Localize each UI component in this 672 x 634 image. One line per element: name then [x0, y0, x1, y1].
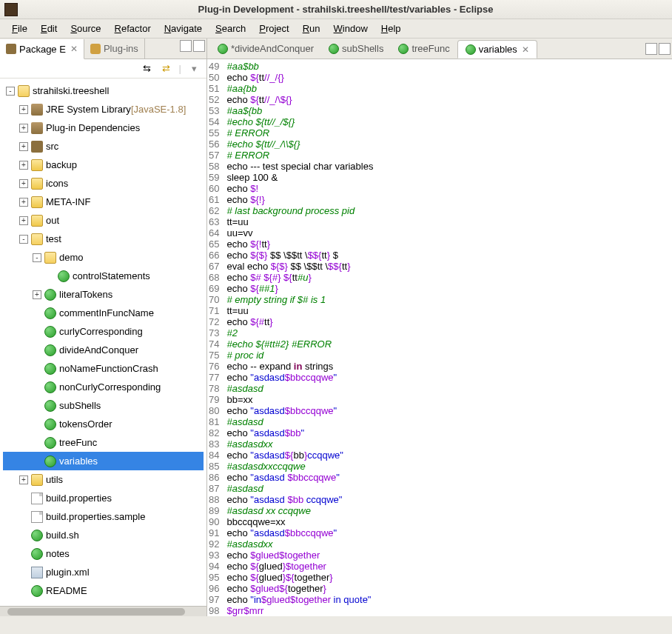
tree-item-label: divideAndConquer — [59, 344, 138, 356]
menu-project[interactable]: Project — [253, 21, 295, 36]
tree-item[interactable]: +src — [3, 137, 204, 156]
tree-item[interactable]: +JRE System Library [JavaSE-1.8] — [3, 100, 204, 119]
folder-icon — [31, 159, 43, 171]
tree-item[interactable]: curlyCorresponding — [3, 322, 204, 341]
tree-item[interactable]: controlStatements — [3, 267, 204, 285]
folder-open-icon — [44, 252, 56, 264]
expand-icon[interactable]: + — [19, 161, 28, 170]
horizontal-scrollbar[interactable] — [0, 606, 206, 616]
tree-item[interactable]: +backup — [3, 156, 204, 174]
collapse-icon[interactable]: - — [33, 253, 41, 262]
leaf-spacer — [33, 327, 41, 336]
tree-item-label: treeFunc — [59, 437, 97, 448]
tree-item[interactable]: +out — [3, 211, 204, 230]
minimize-editor-button[interactable] — [645, 43, 657, 55]
tree-item[interactable]: treeFunc — [3, 433, 204, 452]
editor-tab-bar: *divideAndConquer subShells treeFunc var… — [207, 39, 672, 59]
tree-item[interactable]: README — [3, 581, 204, 600]
shell-icon-icon — [44, 418, 56, 430]
tree-item[interactable]: +utils — [3, 470, 204, 489]
shell-icon-icon — [44, 437, 56, 449]
code-content[interactable]: #aa$bbecho ${tt//_/{}#aa{bbecho ${tt//_/… — [224, 59, 672, 616]
menu-source[interactable]: Source — [64, 21, 107, 36]
menu-file[interactable]: File — [6, 21, 33, 36]
tree-item[interactable]: build.sh — [3, 526, 204, 544]
tree-item-label: strahilski.treeshell — [33, 85, 109, 96]
expand-icon[interactable]: + — [19, 142, 28, 151]
editor-tab-variables[interactable]: variables✕ — [457, 40, 537, 59]
tree-item[interactable]: build.properties — [3, 489, 204, 507]
tree-item[interactable]: +Plug-in Dependencies — [3, 119, 204, 137]
editor-tab-divideandconquer[interactable]: *divideAndConquer — [210, 40, 321, 57]
tree-item[interactable]: divideAndConquer — [3, 341, 204, 359]
plugin-icon — [90, 44, 101, 54]
package-tree[interactable]: -strahilski.treeshell+JRE System Library… — [0, 79, 206, 606]
tree-item-label: README — [46, 585, 87, 596]
tree-item[interactable]: noNameFunctionCrash — [3, 359, 204, 378]
leaf-spacer — [19, 531, 28, 540]
menu-navigate[interactable]: Navigate — [158, 21, 208, 36]
tree-item[interactable]: plugin.xml — [3, 563, 204, 581]
expand-icon[interactable]: + — [33, 290, 41, 299]
view-tab-bar: Package E ✕ Plug-ins — [0, 39, 206, 59]
project-root[interactable]: -strahilski.treeshell — [3, 81, 204, 100]
code-editor[interactable]: 4950515253545556575859606162636465666768… — [207, 59, 672, 616]
shell-icon-icon — [44, 381, 56, 393]
menu-refactor[interactable]: Refactor — [109, 21, 157, 36]
tree-item-label: controlStatements — [73, 270, 150, 281]
shell-file-icon — [218, 44, 228, 54]
tree-item[interactable]: build.properties.sample — [3, 507, 204, 526]
expand-icon[interactable]: + — [19, 179, 28, 188]
tree-item[interactable]: +icons — [3, 174, 204, 193]
editor-area: *divideAndConquer subShells treeFunc var… — [207, 39, 672, 616]
menu-window[interactable]: Window — [328, 21, 374, 36]
tree-item[interactable]: +literalTokens — [3, 285, 204, 304]
view-menu-button[interactable]: ▾ — [187, 62, 201, 76]
tree-item-label: plugin.xml — [46, 567, 90, 578]
tree-item[interactable]: commentInFuncName — [3, 304, 204, 322]
expand-icon[interactable]: + — [19, 105, 28, 114]
collapse-icon[interactable]: - — [6, 87, 15, 96]
expand-icon[interactable]: + — [19, 124, 28, 133]
editor-tab-subshells[interactable]: subShells — [321, 40, 391, 57]
tree-item[interactable]: -test — [3, 230, 204, 248]
file-icon-icon — [31, 493, 43, 504]
leaf-spacer — [19, 513, 28, 521]
minimize-view-button[interactable] — [180, 40, 192, 52]
leaf-spacer — [33, 364, 41, 373]
expand-icon[interactable]: + — [19, 216, 28, 225]
maximize-view-button[interactable] — [193, 40, 205, 52]
menu-edit[interactable]: Edit — [35, 21, 63, 36]
close-icon[interactable]: ✕ — [522, 44, 529, 55]
leaf-spacer — [33, 401, 41, 410]
collapse-icon[interactable]: - — [19, 235, 28, 244]
menu-help[interactable]: Help — [375, 21, 407, 36]
collapse-all-button[interactable]: ⇆ — [141, 62, 154, 76]
tree-item[interactable]: subShells — [3, 396, 204, 415]
tree-item-label: notes — [46, 548, 70, 559]
editor-tab-treefunc[interactable]: treeFunc — [391, 40, 457, 57]
tree-item-label: backup — [46, 159, 77, 170]
link-editor-button[interactable]: ⇄ — [160, 62, 173, 76]
menu-search[interactable]: Search — [209, 21, 252, 36]
selected-file[interactable]: variables — [3, 452, 204, 470]
tree-item[interactable]: -demo — [3, 248, 204, 267]
tab-label: Package E — [19, 44, 66, 55]
tree-item[interactable]: +META-INF — [3, 193, 204, 211]
tab-plugins[interactable]: Plug-ins — [84, 39, 145, 59]
package-icon — [6, 44, 16, 54]
shell-icon-icon — [31, 530, 43, 541]
leaf-spacer — [33, 438, 41, 447]
tab-package-explorer[interactable]: Package E ✕ — [0, 39, 84, 59]
tree-item[interactable]: nonCurlyCorresponding — [3, 378, 204, 396]
tree-item[interactable]: notes — [3, 544, 204, 563]
menu-run[interactable]: Run — [297, 21, 326, 36]
shell-icon-icon — [44, 289, 56, 301]
expand-icon[interactable]: + — [19, 198, 28, 207]
lib-icon — [31, 122, 43, 134]
tree-item[interactable]: tokensOrder — [3, 415, 204, 433]
folder-icon — [31, 178, 43, 190]
expand-icon[interactable]: + — [19, 476, 28, 484]
close-icon[interactable]: ✕ — [70, 44, 78, 54]
maximize-editor-button[interactable] — [659, 43, 671, 55]
